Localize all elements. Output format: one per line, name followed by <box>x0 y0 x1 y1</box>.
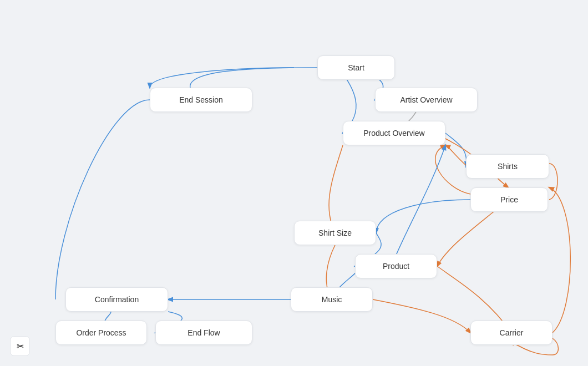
node-shirts[interactable]: Shirts <box>466 154 549 179</box>
node-shirt-size[interactable]: Shirt Size <box>294 221 376 245</box>
node-artist-overview[interactable]: Artist Overview <box>375 88 478 112</box>
node-music[interactable]: Music <box>291 287 373 312</box>
node-end-flow[interactable]: End Flow <box>155 321 252 345</box>
node-price[interactable]: Price <box>470 187 548 212</box>
flow-canvas: Start End Session Artist Overview Produc… <box>0 0 588 366</box>
tool-icon[interactable]: ✂ <box>10 336 30 356</box>
node-confirmation[interactable]: Confirmation <box>65 287 168 312</box>
node-start[interactable]: Start <box>317 55 395 80</box>
node-order-process[interactable]: Order Process <box>55 321 147 345</box>
node-end-session[interactable]: End Session <box>150 88 252 112</box>
node-product-overview[interactable]: Product Overview <box>343 121 445 145</box>
node-product[interactable]: Product <box>355 254 437 278</box>
node-carrier[interactable]: Carrier <box>470 321 552 345</box>
